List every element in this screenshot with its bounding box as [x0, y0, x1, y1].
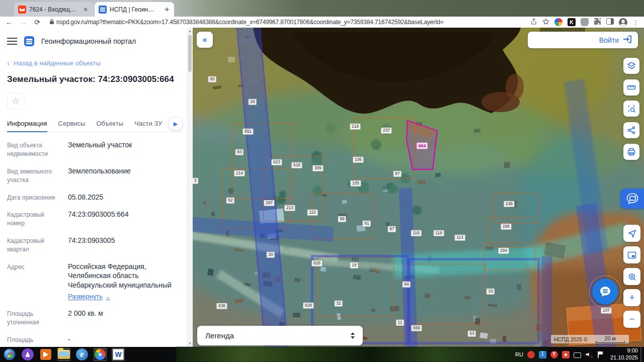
map-attribution: НСПД 2025 © 20 м — [551, 335, 629, 343]
field-label: Вид земельного участка — [7, 166, 63, 185]
field-row: Кадастровый квартал74:23:0903005 — [7, 236, 186, 254]
tabs-scroll-right-button[interactable]: ▶ — [170, 118, 182, 130]
word-taskbar-icon[interactable] — [112, 348, 125, 361]
chrome-taskbar-icon[interactable] — [94, 348, 107, 361]
parcel-fields: Вид объекта недвижимостиЗемельный участо… — [7, 140, 186, 362]
panel-tab-4[interactable]: Части ЗУ — [134, 117, 162, 132]
zoom-out-button[interactable]: − — [623, 311, 640, 328]
legend-bar[interactable]: Легенда — [197, 326, 363, 345]
print-button[interactable] — [623, 144, 639, 160]
tab-title: 7624 - Входящие — Яндекс По… — [29, 6, 78, 13]
tray-date: 21.10.2025 — [610, 354, 638, 361]
active-map-tool-button[interactable] — [620, 189, 644, 209]
tray-time: 9:00 — [610, 347, 638, 354]
field-value: Российская Федерация, Челябинская област… — [68, 262, 181, 302]
browser-tab-strip: 7624 - Входящие — Яндекс По… ✕ НСПД | Ге… — [0, 0, 644, 17]
panel-collapse-button[interactable]: « — [197, 32, 213, 48]
portal-title: Геоинформационный портал — [41, 37, 136, 45]
language-indicator[interactable]: RU — [515, 351, 523, 357]
share-icon[interactable] — [530, 18, 537, 27]
extension-icon[interactable] — [554, 18, 562, 26]
tray-clock[interactable]: 9:00 21.10.2025 — [610, 347, 638, 361]
tray-icon[interactable] — [527, 351, 535, 358]
scrollbar-thumb[interactable] — [188, 35, 192, 72]
internet-explorer-taskbar-icon[interactable]: e — [75, 348, 89, 361]
locate-me-button[interactable] — [623, 225, 640, 242]
info-panel: Геоинформационный портал ‹ Назад в найде… — [0, 28, 193, 347]
lock-icon[interactable] — [49, 19, 54, 26]
map-canvas[interactable]: 8026651836236183092143922972131109921823… — [193, 28, 644, 347]
field-row: Кадастровый номер74:23:0903005:664 — [7, 210, 186, 228]
show-desktop-button[interactable] — [640, 347, 642, 362]
login-bar[interactable]: Войти — [528, 32, 638, 48]
panel-tab-3[interactable]: Объекты — [96, 117, 123, 132]
address-expand-link[interactable]: Развернуть⌄ — [68, 292, 110, 301]
minimap-button[interactable] — [623, 246, 640, 263]
legend-expand-icon[interactable] — [351, 332, 355, 339]
field-label: Площадь уточненная — [7, 309, 63, 327]
address-bar-url[interactable]: nspd.gov.ru/map?thematic=PKK&zoom=17.458… — [56, 19, 444, 26]
parcel-page-title: Земельный участок: 74:23:0903005:664 — [7, 74, 186, 84]
reload-icon[interactable]: ⟳ — [32, 18, 42, 26]
explorer-taskbar-icon[interactable] — [57, 348, 70, 361]
volume-muted-icon[interactable] — [585, 351, 593, 358]
new-tab-button[interactable]: + — [161, 4, 173, 16]
area-search-button[interactable] — [623, 101, 639, 117]
network-tray-icon[interactable] — [574, 352, 581, 358]
field-value: 74:23:0903005 — [68, 236, 115, 254]
field-label: Вид объекта недвижимости — [7, 140, 63, 159]
favorite-star-button[interactable]: ☆ — [7, 93, 24, 110]
chevron-left-icon: ‹ — [7, 59, 10, 67]
browser-tab-mail[interactable]: 7624 - Входящие — Яндекс По… ✕ — [14, 2, 94, 17]
tray-icon[interactable] — [539, 351, 546, 358]
share-map-button[interactable] — [623, 122, 639, 138]
field-value: Земельный участок — [68, 140, 132, 159]
field-row: Вид земельного участкаЗемлепользование — [7, 166, 186, 185]
panel-tab-2[interactable]: Сервисы — [58, 117, 86, 132]
action-center-flag-icon[interactable] — [597, 351, 604, 358]
side-panel-icon[interactable] — [606, 18, 614, 26]
tab-close-icon[interactable]: ✕ — [82, 6, 90, 14]
scale-bar: 20 м — [595, 335, 626, 343]
windows-taskbar: e RU 9:00 21.10.2025 — [0, 347, 644, 362]
field-value: Землепользование — [68, 166, 131, 185]
field-value: 05.08.2025 — [68, 193, 103, 202]
back-icon[interactable]: ← — [4, 18, 14, 26]
zoom-in-button[interactable]: + — [623, 289, 640, 306]
field-row: Площадь уточненная2 000 кв. м — [7, 309, 186, 327]
field-label: Кадастровый номер — [7, 210, 63, 228]
login-icon — [623, 35, 632, 45]
browser-toolbar: ← → ⟳ nspd.gov.ru/map?thematic=PKK&zoom=… — [0, 17, 644, 28]
selected-parcel-label: 664 — [416, 142, 428, 149]
panel-tab-1[interactable]: Информация — [7, 117, 47, 132]
field-row: Дата присвоения05.08.2025 — [7, 193, 186, 202]
panel-scrollbar[interactable]: ▲ ▼ — [187, 28, 193, 347]
yandex-mail-favicon — [18, 6, 26, 14]
wallpaper-strip — [176, 347, 548, 362]
scroll-up-icon[interactable]: ▲ — [188, 29, 192, 33]
extension-icon[interactable] — [581, 18, 589, 26]
yandex-browser-taskbar-icon[interactable] — [21, 348, 34, 361]
forward-icon[interactable]: → — [18, 18, 28, 26]
bookmark-star-icon[interactable] — [542, 18, 549, 27]
menu-hamburger-icon[interactable] — [7, 38, 17, 45]
scroll-down-icon[interactable]: ▼ — [188, 341, 192, 346]
puzzle-extensions-icon[interactable] — [594, 18, 601, 27]
chevron-down-icon: ⌄ — [106, 293, 110, 301]
attribution-text: НСПД 2025 © — [554, 336, 588, 342]
login-label: Войти — [599, 36, 619, 44]
kinopoisk-extension-icon[interactable]: K — [568, 18, 576, 26]
selected-parcel-svg — [193, 28, 644, 347]
chat-button[interactable] — [592, 279, 618, 305]
search-location-button[interactable] — [623, 268, 640, 285]
field-row: Вид объекта недвижимостиЗемельный участо… — [7, 140, 186, 159]
yandex-tray-icon[interactable] — [550, 351, 558, 358]
browser-menu-icon[interactable]: ⋮ — [632, 19, 639, 26]
app-taskbar-icon[interactable] — [39, 348, 52, 361]
tray-icon[interactable] — [562, 351, 570, 358]
start-button[interactable] — [3, 348, 16, 361]
profile-avatar[interactable] — [619, 18, 627, 27]
back-to-results-link[interactable]: ‹ Назад в найденные объекты — [7, 59, 186, 67]
layers-button[interactable] — [623, 58, 639, 74]
measure-ruler-button[interactable] — [623, 79, 639, 96]
